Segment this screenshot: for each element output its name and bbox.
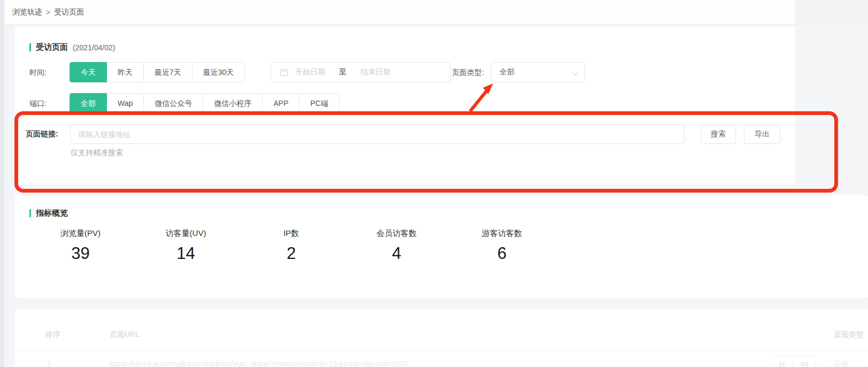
metric-value: 39 xyxy=(28,244,133,263)
table-header: 排序 页面URL 页面类型 xyxy=(15,322,868,350)
left-gutter xyxy=(0,0,4,367)
metric-label: 访客量(UV) xyxy=(133,228,239,239)
metric-value: 6 xyxy=(449,244,555,263)
port-option-all[interactable]: 全部 xyxy=(70,93,107,113)
filter-card: 受访页面 (2021/04/02) 时间: 今天 昨天 最近7天 最近30天 开… xyxy=(15,27,795,185)
port-option-wechat-miniprogram[interactable]: 微信小程序 xyxy=(203,93,263,113)
url-table-card: 排序 页面URL 页面类型 1 https://dev3.yunzmall.co… xyxy=(15,309,868,367)
metric-label: 浏览量(PV) xyxy=(28,228,133,239)
port-filter-label: 端口: xyxy=(29,93,47,113)
search-button[interactable]: 搜索 xyxy=(701,125,736,144)
filter-card-title: 受访页面 (2021/04/02) xyxy=(29,42,115,52)
date-range-picker[interactable]: 开始日期 至 结束日期 xyxy=(271,62,450,82)
metric-value: 14 xyxy=(133,244,239,263)
metric-member-visitors: 会员访客数 4 xyxy=(344,228,449,263)
metrics-row: 浏览量(PV) 39 访客量(UV) 14 IP数 2 会员访客数 4 游客访客… xyxy=(28,228,555,263)
export-button[interactable]: 导出 xyxy=(744,125,780,144)
end-date-placeholder[interactable]: 结束日期 xyxy=(360,67,390,77)
time-filter-label: 时间: xyxy=(29,62,47,82)
page-link-input[interactable] xyxy=(70,124,685,144)
time-option-yesterday[interactable]: 昨天 xyxy=(107,62,144,82)
page-title: 受访页面 xyxy=(36,42,68,52)
port-option-app[interactable]: APP xyxy=(263,93,299,113)
column-url: 页面URL xyxy=(110,330,140,340)
metric-label: 会员访客数 xyxy=(344,228,449,239)
document-icon[interactable]: ▤ xyxy=(793,356,816,367)
metrics-card: 指标概览 浏览量(PV) 39 访客量(UV) 14 IP数 2 会员访客数 4… xyxy=(15,195,868,298)
page-type-select[interactable]: 全部 xyxy=(491,62,585,82)
search-hint-text: 仅支持精准搜索 xyxy=(71,148,123,158)
column-page-type: 页面类型 xyxy=(834,330,864,340)
time-option-today[interactable]: 今天 xyxy=(70,62,107,82)
cell-url[interactable]: https://dev3.yunzmall.com/addons/yun_sho… xyxy=(110,359,409,367)
title-accent-bar xyxy=(29,43,31,51)
cell-rank: 1 xyxy=(47,359,51,367)
metrics-card-title: 指标概览 xyxy=(29,208,68,218)
metric-ip: IP数 2 xyxy=(239,228,344,263)
table-row: 1 https://dev3.yunzmall.com/addons/yun_s… xyxy=(15,350,868,367)
port-filter-group: 全部 Wap 微信公众号 微信小程序 APP PC端 xyxy=(70,93,340,113)
breadcrumb-current: 受访页面 xyxy=(54,7,84,17)
metric-label: IP数 xyxy=(239,228,344,239)
time-filter-group: 今天 昨天 最近7天 最近30天 xyxy=(70,62,245,82)
cell-page-type: 其他 xyxy=(833,359,848,367)
column-rank: 排序 xyxy=(45,330,60,340)
chevron-down-icon xyxy=(572,70,578,75)
port-option-wechat-official[interactable]: 微信公众号 xyxy=(144,93,203,113)
breadcrumb-separator: > xyxy=(46,8,50,17)
start-date-placeholder[interactable]: 开始日期 xyxy=(295,67,325,77)
copy-icon[interactable]: ⧉ xyxy=(770,356,793,367)
metric-pv: 浏览量(PV) 39 xyxy=(28,228,133,263)
port-option-wap[interactable]: Wap xyxy=(107,93,144,113)
breadcrumb-parent[interactable]: 浏览轨迹 xyxy=(12,7,42,17)
time-option-last7days[interactable]: 最近7天 xyxy=(144,62,193,82)
metric-uv: 访客量(UV) 14 xyxy=(133,228,239,263)
visited-pages-screen: 浏览轨迹 > 受访页面 受访页面 (2021/04/02) 时间: 今天 昨天 … xyxy=(0,0,868,367)
breadcrumb: 浏览轨迹 > 受访页面 xyxy=(4,0,868,25)
page-type-label: 页面类型: xyxy=(452,62,484,82)
page-link-label: 页面链接: xyxy=(26,124,68,143)
metric-label: 游客访客数 xyxy=(449,228,555,239)
row-actions: ⧉ ▤ xyxy=(770,356,816,367)
metric-value: 2 xyxy=(239,244,344,263)
title-accent-bar xyxy=(29,209,31,217)
date-range-to-label: 至 xyxy=(339,67,347,77)
metrics-title: 指标概览 xyxy=(36,208,68,218)
metric-guest-visitors: 游客访客数 6 xyxy=(449,228,555,263)
metric-value: 4 xyxy=(344,244,449,263)
page-type-value: 全部 xyxy=(500,67,514,77)
port-option-pc[interactable]: PC端 xyxy=(299,93,339,113)
time-option-last30days[interactable]: 最近30天 xyxy=(193,62,245,82)
page-title-date: (2021/04/02) xyxy=(73,43,115,52)
calendar-icon xyxy=(280,69,288,76)
